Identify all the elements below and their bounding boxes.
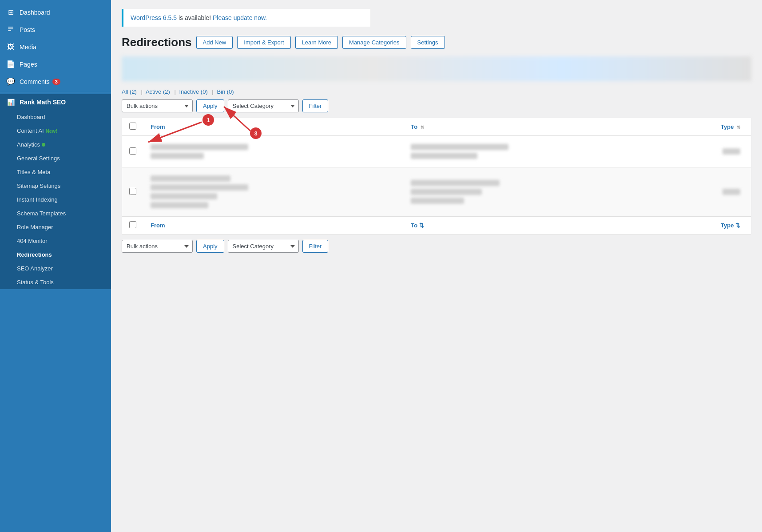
blurred-to-cell [411,144,508,150]
blurred-inner [122,56,751,81]
notice-text-middle: is available! [179,14,213,21]
sidebar-item-dashboard[interactable]: ⊞ Dashboard [0,4,111,21]
table-type-footer[interactable]: Type ⇅ [664,217,751,234]
page-title: Redirections [122,36,192,49]
media-icon: 🖼 [6,43,15,51]
table-to-header[interactable]: To ⇅ [404,118,664,136]
update-now-link[interactable]: Please update now. [213,14,267,21]
sidebar: ⊞ Dashboard Posts 🖼 Media 📄 Pages 💬 Comm… [0,0,111,532]
pages-icon: 📄 [6,60,15,68]
table-type-header[interactable]: Type ⇅ [664,118,751,136]
role-manager-label: Role Manager [17,224,53,230]
add-new-button[interactable]: Add New [196,36,233,49]
sidebar-item-pages[interactable]: 📄 Pages [0,56,111,73]
manage-categories-button[interactable]: Manage Categories [342,36,406,49]
sidebar-item-content-ai[interactable]: Content AI New! [0,124,111,138]
update-notice: WordPress 6.5.5 is available! Please upd… [122,9,370,27]
table-from-header[interactable]: From [143,118,404,136]
titles-meta-label: Titles & Meta [17,169,50,175]
blurred-from-cell [151,144,248,150]
select-all-checkbox-top[interactable] [129,123,136,130]
sidebar-item-label: Pages [20,61,37,68]
learn-more-button[interactable]: Learn More [295,36,338,49]
type-sort-footer-icon: ⇅ [735,222,740,229]
import-export-button[interactable]: Import & Export [237,36,290,49]
posts-icon [6,25,15,34]
bulk-row-bottom: Bulk actions Apply Select Category Filte… [122,240,751,253]
sidebar-item-comments[interactable]: 💬 Comments 3 [0,73,111,90]
blurred-to-multiline [411,180,657,204]
category-select-top[interactable]: Select Category [228,99,299,112]
redirections-table: From To ⇅ Type ⇅ [122,118,751,234]
filter-links: All (2) | Active (2) | Inactive (0) | Bi… [122,88,751,95]
filter-button-bottom[interactable]: Filter [302,240,329,253]
sidebar-item-role-manager[interactable]: Role Manager [0,220,111,234]
sidebar-item-status-tools[interactable]: Status & Tools [0,275,111,289]
filter-active-link[interactable]: Active (2) [146,88,170,95]
sidebar-divider [0,92,111,92]
row-checkbox[interactable] [129,147,136,155]
wp-version-link[interactable]: WordPress 6.5.5 [131,14,177,21]
sidebar-item-analytics[interactable]: Analytics [0,138,111,151]
table-to-footer[interactable]: To ⇅ [404,217,664,234]
table-row [122,167,751,217]
sidebar-item-rm-dashboard[interactable]: Dashboard [0,110,111,124]
category-select-bottom[interactable]: Select Category [228,240,299,253]
sidebar-item-seo-analyzer[interactable]: SEO Analyzer [0,262,111,275]
sidebar-item-404-monitor[interactable]: 404 Monitor [0,234,111,248]
table-check-header [122,118,143,136]
table-footer-row: From To ⇅ Type ⇅ [122,217,751,234]
bulk-actions-select-top[interactable]: Bulk actions [122,99,193,112]
sidebar-item-posts[interactable]: Posts [0,21,111,39]
to-sort-icon: ⇅ [421,125,424,130]
rank-math-icon: 📊 [6,99,15,106]
apply-button-bottom[interactable]: Apply [196,240,224,253]
filter-all-link[interactable]: All (2) [122,88,137,95]
general-settings-label: General Settings [17,155,60,162]
redirections-label: Redirections [17,251,52,258]
apply-button-top[interactable]: Apply [196,99,224,112]
sidebar-item-label: Dashboard [20,9,50,16]
status-tools-label: Status & Tools [17,279,54,286]
select-all-checkbox-bottom[interactable] [129,221,136,228]
page-header: Redirections Add New Import & Export Lea… [122,36,751,49]
type-sort-icon: ⇅ [737,125,740,130]
sidebar-item-instant-indexing[interactable]: Instant Indexing [0,193,111,206]
filter-button-top[interactable]: Filter [302,99,329,112]
row-checkbox[interactable] [129,188,136,195]
sidebar-item-redirections[interactable]: Redirections [0,248,111,262]
sidebar-item-sitemap-settings[interactable]: Sitemap Settings [0,179,111,193]
bulk-row-top: Bulk actions Apply Select Category Filte… [122,99,751,112]
rank-math-submenu: Dashboard Content AI New! Analytics Gene… [0,110,111,289]
sidebar-item-label: Media [20,44,36,51]
filter-bin-link[interactable]: Bin (0) [217,88,234,95]
blurred-type-cell [722,148,740,155]
sidebar-item-schema-templates[interactable]: Schema Templates [0,206,111,220]
blurred-from-multiline [151,175,397,208]
filter-inactive-link[interactable]: Inactive (0) [179,88,207,95]
sidebar-item-titles-meta[interactable]: Titles & Meta [0,165,111,179]
blurred-type-cell2 [722,189,740,195]
sidebar-item-general-settings[interactable]: General Settings [0,151,111,165]
bulk-actions-select-bottom[interactable]: Bulk actions [122,240,193,253]
comments-badge: 3 [52,79,60,85]
main-content: WordPress 6.5.5 is available! Please upd… [111,0,762,532]
schema-templates-label: Schema Templates [17,210,66,217]
instant-indexing-label: Instant Indexing [17,196,58,203]
comments-icon: 💬 [6,77,15,86]
settings-button[interactable]: Settings [411,36,445,49]
blurred-to-cell2 [411,153,477,159]
dashboard-icon: ⊞ [6,8,15,16]
table-row [122,136,751,167]
blurred-from-cell2 [151,153,204,159]
table-from-footer[interactable]: From [143,217,404,234]
analytics-label: Analytics [17,141,40,148]
new-badge: New! [46,128,57,134]
analytics-dot [42,143,45,147]
404-monitor-label: 404 Monitor [17,238,48,244]
sidebar-rank-math-header[interactable]: 📊 Rank Math SEO [0,94,111,110]
table-check-footer [122,217,143,234]
sidebar-item-label: Comments [20,78,50,85]
rank-math-label: Rank Math SEO [20,99,66,106]
sidebar-item-media[interactable]: 🖼 Media [0,39,111,56]
